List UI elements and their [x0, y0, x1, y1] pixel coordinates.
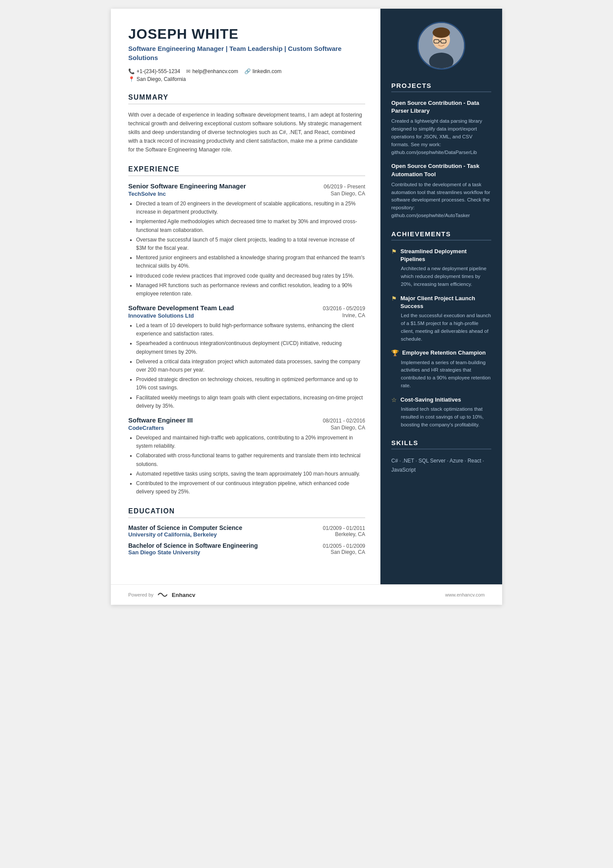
edu-2-school: San Diego State University — [128, 549, 200, 556]
education-title: EDUCATION — [128, 507, 365, 518]
projects-section: PROJECTS Open Source Contribution - Data… — [391, 82, 491, 220]
linkedin-icon: 🔗 — [244, 68, 251, 74]
edu-1-header: Master of Science in Computer Science 01… — [128, 524, 365, 531]
bullet: Provided strategic direction on technolo… — [136, 375, 365, 392]
email-icon: ✉ — [186, 68, 190, 74]
achievement-3-header: 🏆 Employee Retention Champion — [391, 349, 491, 357]
projects-title: PROJECTS — [391, 82, 491, 92]
footer-website: www.enhancv.com — [445, 592, 485, 597]
bullet: Collaborated with cross-functional teams… — [136, 452, 365, 468]
main-content: JOSEPH WHITE Software Engineering Manage… — [111, 9, 502, 584]
avatar-container — [391, 22, 491, 70]
bullet: Managed HR functions such as performance… — [136, 282, 365, 298]
project-1-desc: Created a lightweight data parsing libra… — [391, 117, 491, 156]
resume-page: JOSEPH WHITE Software Engineering Manage… — [111, 9, 502, 605]
project-2: Open Source Contribution - Task Automati… — [391, 162, 491, 219]
skills-title: SKILLS — [391, 439, 491, 449]
achievement-4-header: ☆ Cost-Saving Initiatives — [391, 396, 491, 404]
job-2-title: Software Development Team Lead — [128, 304, 234, 312]
bullet: Introduced code review practices that im… — [136, 272, 365, 280]
achievement-3: 🏆 Employee Retention Champion Implemente… — [391, 349, 491, 389]
edu-2-header: Bachelor of Science in Software Engineer… — [128, 542, 365, 549]
achievement-1: ⚑ Streamlined Deployment Pipelines Archi… — [391, 248, 491, 288]
bullet: Directed a team of 20 engineers in the d… — [136, 200, 365, 216]
project-2-desc: Contributed to the development of a task… — [391, 181, 491, 220]
achievement-2-title: Major Client Project Launch Success — [400, 295, 491, 310]
achievement-2: ⚑ Major Client Project Launch Success Le… — [391, 295, 491, 343]
achievement-2-desc: Led the successful execution and launch … — [391, 312, 491, 343]
location-text: San Diego, California — [137, 76, 186, 82]
job-2: Software Development Team Lead 03/2016 -… — [128, 304, 365, 410]
enhancv-logo-icon — [156, 591, 169, 599]
achievement-4-title: Cost-Saving Initiatives — [400, 396, 461, 404]
achievements-section: ACHIEVEMENTS ⚑ Streamlined Deployment Pi… — [391, 230, 491, 429]
email-text: help@enhancv.com — [192, 68, 238, 74]
summary-title: SUMMARY — [128, 94, 365, 104]
skills-section: SKILLS C# · .NET · SQL Server · Azure · … — [391, 439, 491, 474]
edu-2-school-row: San Diego State University San Diego, CA — [128, 549, 365, 556]
job-1-header: Senior Software Engineering Manager 06/2… — [128, 182, 365, 190]
achievement-3-icon: 🏆 — [391, 349, 399, 356]
experience-section: EXPERIENCE Senior Software Engineering M… — [128, 165, 365, 496]
education-section: EDUCATION Master of Science in Computer … — [128, 507, 365, 556]
achievement-2-icon: ⚑ — [391, 295, 397, 302]
job-1-company-row: TechSolve Inc San Diego, CA — [128, 191, 365, 197]
achievement-3-title: Employee Retention Champion — [402, 349, 486, 357]
phone-text: +1-(234)-555-1234 — [137, 68, 180, 74]
email-contact: ✉ help@enhancv.com — [186, 68, 238, 74]
job-2-header: Software Development Team Lead 03/2016 -… — [128, 304, 365, 312]
achievement-2-header: ⚑ Major Client Project Launch Success — [391, 295, 491, 310]
job-1-bullets: Directed a team of 20 engineers in the d… — [128, 200, 365, 298]
job-1-location: San Diego, CA — [331, 191, 365, 197]
achievement-1-desc: Architected a new deployment pipeline wh… — [391, 265, 491, 288]
job-3-company: CodeCrafters — [128, 425, 164, 431]
bullet: Led a team of 10 developers to build hig… — [136, 322, 365, 338]
bullet: Implemented Agile methodologies which de… — [136, 218, 365, 234]
achievement-1-header: ⚑ Streamlined Deployment Pipelines — [391, 248, 491, 263]
bullet: Mentored junior engineers and establishe… — [136, 254, 365, 270]
job-3: Software Engineer III 08/2011 - 02/2016 … — [128, 416, 365, 496]
achievement-4-icon: ☆ — [391, 396, 397, 403]
achievement-4-desc: Initiated tech stack optimizations that … — [391, 406, 491, 429]
location-icon: 📍 — [128, 76, 135, 82]
edu-2-location: San Diego, CA — [331, 549, 365, 556]
job-1-title: Senior Software Engineering Manager — [128, 182, 246, 190]
header-section: JOSEPH WHITE Software Engineering Manage… — [128, 26, 365, 82]
summary-text: With over a decade of experience in lead… — [128, 111, 365, 154]
job-2-company: Innovative Solutions Ltd — [128, 312, 194, 319]
avatar — [417, 22, 465, 70]
job-1-dates: 06/2019 - Present — [324, 184, 365, 190]
edu-2-degree: Bachelor of Science in Software Engineer… — [128, 542, 258, 549]
powered-by-label: Powered by — [128, 592, 153, 597]
job-3-title: Software Engineer III — [128, 416, 193, 424]
achievement-4: ☆ Cost-Saving Initiatives Initiated tech… — [391, 396, 491, 429]
phone-contact: 📞 +1-(234)-555-1234 — [128, 68, 180, 74]
left-column: JOSEPH WHITE Software Engineering Manage… — [111, 9, 380, 584]
project-2-title: Open Source Contribution - Task Automati… — [391, 162, 491, 178]
bullet: Delivered a critical data integration pr… — [136, 358, 365, 374]
contact-row: 📞 +1-(234)-555-1234 ✉ help@enhancv.com 🔗… — [128, 68, 365, 74]
bullet: Spearheaded a continuous integration/con… — [136, 339, 365, 356]
bullet: Developed and maintained high-traffic we… — [136, 434, 365, 450]
edu-1-dates: 01/2009 - 01/2011 — [323, 525, 365, 531]
location-row: 📍 San Diego, California — [128, 76, 365, 82]
project-1-title: Open Source Contribution - Data Parser L… — [391, 99, 491, 115]
job-2-company-row: Innovative Solutions Ltd Irvine, CA — [128, 312, 365, 319]
project-1: Open Source Contribution - Data Parser L… — [391, 99, 491, 156]
achievements-title: ACHIEVEMENTS — [391, 230, 491, 241]
bullet: Oversaw the successful launch of 5 major… — [136, 236, 365, 252]
achievement-3-desc: Implemented a series of team-building ac… — [391, 359, 491, 390]
job-3-company-row: CodeCrafters San Diego, CA — [128, 425, 365, 431]
edu-1-location: Berkeley, CA — [335, 531, 365, 538]
edu-1-school-row: University of California, Berkeley Berke… — [128, 531, 365, 538]
job-1-company: TechSolve Inc — [128, 191, 166, 197]
linkedin-contact: 🔗 linkedin.com — [244, 68, 282, 74]
footer-powered: Powered by Enhancv — [128, 591, 195, 599]
svg-point-2 — [433, 27, 450, 38]
edu-2: Bachelor of Science in Software Engineer… — [128, 542, 365, 556]
bullet: Facilitated weekly meetings to align tea… — [136, 394, 365, 410]
summary-section: SUMMARY With over a decade of experience… — [128, 94, 365, 154]
job-3-bullets: Developed and maintained high-traffic we… — [128, 434, 365, 496]
skills-text: C# · .NET · SQL Server · Azure · React ·… — [391, 456, 491, 474]
achievement-1-title: Streamlined Deployment Pipelines — [400, 248, 491, 263]
